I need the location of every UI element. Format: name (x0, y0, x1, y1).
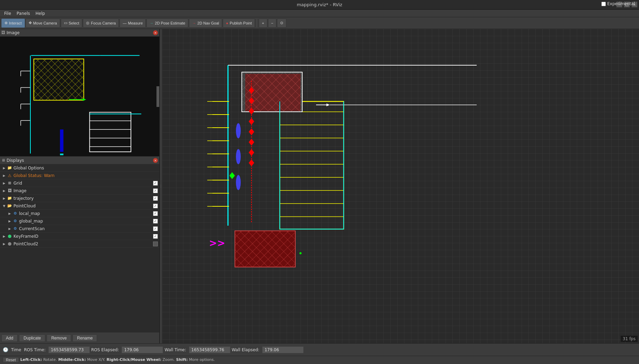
local-map-checkbox[interactable]: ✓ (153, 211, 158, 216)
svg-marker-72 (249, 149, 254, 156)
image-label: Image (13, 188, 153, 193)
remove-display-button[interactable]: Remove (47, 334, 71, 342)
experimental-checkbox[interactable] (601, 2, 606, 6)
zoom-in-button[interactable]: + (259, 19, 267, 28)
measure-button[interactable]: — Measure (120, 19, 146, 28)
displays-close-icon: × (154, 159, 157, 162)
interact-label: Interact (9, 21, 22, 25)
grid-checkbox[interactable]: ✓ (153, 181, 158, 186)
resize-handle[interactable]: ⋮ (160, 29, 162, 343)
expand-image[interactable]: ▶ (1, 188, 7, 194)
select-label: Select (69, 21, 79, 25)
rename-display-button[interactable]: Rename (73, 334, 97, 342)
svg-point-76 (236, 175, 241, 190)
expand-pointcloud[interactable]: ▼ (1, 203, 7, 209)
menubar: File Panels Help (0, 10, 639, 17)
publish-point-label: Publish Point (230, 21, 252, 25)
nav-goal-button[interactable]: → 2D Nav Goal (189, 19, 222, 28)
display-item-local-map[interactable]: ▶ ⚙ local_map ✓ (0, 210, 159, 217)
focus-camera-button[interactable]: ◎ Focus Camera (83, 19, 119, 28)
svg-marker-71 (249, 139, 254, 146)
display-item-global-status[interactable]: ▶ ⚠ Global Status: Warn (0, 172, 159, 179)
svg-point-75 (236, 149, 241, 164)
menu-panels[interactable]: Panels (14, 10, 33, 17)
duplicate-display-button[interactable]: Duplicate (19, 334, 45, 342)
menu-help[interactable]: Help (33, 10, 48, 17)
ros-time-value: 1653458599.73 (48, 346, 90, 353)
middle-click-key: Middle-Click: (58, 357, 86, 362)
pose-estimate-button[interactable]: → 2D Pose Estimate (146, 19, 188, 28)
fps-value: 31 fps (623, 336, 636, 341)
scroll-handle[interactable] (156, 86, 159, 107)
currentscan-icon: ⚙ (12, 226, 18, 232)
measure-label: Measure (128, 21, 143, 25)
local-map-label: local_map (19, 211, 153, 216)
display-item-currentscan[interactable]: ▶ ⚙ CurrentScan ✓ (0, 225, 159, 233)
focus-camera-icon: ◎ (86, 21, 89, 25)
pointcloud-icon: 📂 (7, 203, 12, 209)
display-item-trajectory[interactable]: ▶ 📁 trajectory ✓ (0, 195, 159, 202)
expand-currentscan[interactable]: ▶ (7, 226, 12, 232)
svg-marker-70 (249, 128, 254, 135)
move-camera-button[interactable]: ✥ Move Camera (26, 19, 60, 28)
expand-trajectory[interactable]: ▶ (1, 196, 7, 201)
display-item-image[interactable]: ▶ 🖼 Image ✓ (0, 187, 159, 195)
ros-elapsed-label: ROS Elapsed: (91, 347, 119, 352)
display-item-global-map[interactable]: ▶ ⚙ global_map ✓ (0, 217, 159, 225)
image-icon: 🖼 (7, 188, 12, 194)
image-panel-header: 🖼 Image × (0, 29, 159, 37)
grid-label: Grid (13, 181, 153, 186)
svg-text:>>: >> (209, 237, 225, 249)
svg-rect-26 (60, 154, 64, 155)
displays-header: 🖥 Displays × (0, 157, 159, 164)
image-viz-svg (0, 37, 159, 156)
expand-local-map[interactable]: ▶ (7, 211, 12, 216)
3d-viewport[interactable]: >> 31 fps (162, 29, 639, 343)
pointcloud-checkbox[interactable]: ✓ (153, 204, 158, 208)
dot-green-icon (8, 235, 11, 238)
global-map-checkbox[interactable]: ✓ (153, 219, 158, 224)
select-button[interactable]: ▭ Select (61, 19, 83, 28)
zoom-out-button[interactable]: − (268, 19, 276, 28)
clock-icon: 🕐 (3, 347, 8, 352)
experimental-label: Experimental (607, 1, 635, 6)
svg-rect-25 (60, 129, 64, 152)
expand-global-status[interactable]: ▶ (1, 173, 7, 178)
measure-icon: — (123, 21, 126, 25)
display-item-pointcloud[interactable]: ▼ 📂 PointCloud ✓ (0, 202, 159, 210)
global-options-label: Global Options (13, 166, 158, 170)
image-checkbox[interactable]: ✓ (153, 188, 158, 193)
expand-global-map[interactable]: ▶ (7, 218, 12, 224)
toolbar: ⊕ Interact ✥ Move Camera ▭ Select ◎ Focu… (0, 17, 639, 29)
global-map-label: global_map (19, 219, 153, 224)
display-item-keyframeid[interactable]: ▶ KeyFrameID ✓ (0, 233, 159, 240)
trajectory-checkbox[interactable]: ✓ (153, 196, 158, 201)
expand-keyframeid[interactable]: ▶ (1, 234, 7, 239)
image-panel-close[interactable]: × (153, 30, 158, 35)
expand-global-options[interactable]: ▶ (1, 165, 7, 171)
zoom-reset-button[interactable]: ⊙ (277, 19, 286, 28)
interact-button[interactable]: ⊕ Interact (1, 19, 25, 28)
image-canvas[interactable] (0, 37, 159, 156)
global-status-label: Global Status: Warn (13, 173, 158, 178)
expand-grid[interactable]: ▶ (1, 180, 7, 186)
display-item-grid[interactable]: ▶ ⊞ Grid ✓ (0, 179, 159, 187)
add-display-button[interactable]: Add (1, 334, 18, 342)
display-item-global-options[interactable]: ▶ 📁 Global Options (0, 164, 159, 172)
keyframeid-checkbox[interactable]: ✓ (153, 234, 158, 239)
right-click-desc: Zoom. (163, 357, 175, 362)
svg-marker-73 (249, 159, 254, 166)
reset-button[interactable]: Reset (3, 357, 19, 363)
currentscan-checkbox[interactable]: ✓ (153, 226, 158, 231)
publish-point-button[interactable]: ● Publish Point (223, 19, 255, 28)
svg-rect-30 (280, 101, 344, 229)
displays-close[interactable]: × (153, 158, 158, 163)
display-item-pointcloud2[interactable]: ▶ PointCloud2 (0, 240, 159, 248)
left-click-desc: Rotate. (43, 357, 57, 362)
close-icon: × (154, 31, 157, 35)
pointcloud2-checkbox[interactable] (153, 242, 158, 246)
expand-pointcloud2[interactable]: ▶ (1, 241, 7, 247)
menu-file[interactable]: File (1, 10, 14, 17)
wall-elapsed-label: Wall Elapsed: (232, 347, 259, 352)
svg-marker-69 (249, 118, 254, 125)
